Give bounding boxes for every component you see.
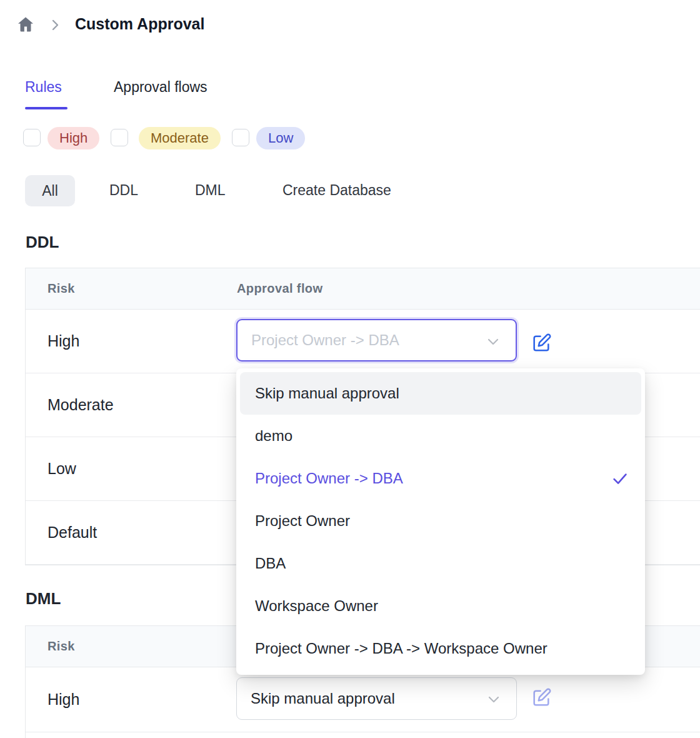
edit-flow-button-ddl-high[interactable] [530, 333, 552, 355]
filter-all-button[interactable]: All [25, 175, 75, 206]
dropdown-option-project-owner-dba-workspace-owner[interactable]: Project Owner -> DBA -> Workspace Owner [240, 627, 641, 670]
home-icon [16, 26, 35, 36]
pencil-square-icon [531, 346, 552, 356]
risk-badge-low: Low [256, 127, 305, 149]
approval-flow-dropdown-menu: Skip manual approval demo Project Owner … [236, 368, 645, 675]
dropdown-option-project-owner[interactable]: Project Owner [240, 500, 641, 542]
tab-approval-flows[interactable]: Approval flows [114, 79, 208, 96]
column-header-approval-flow: Approval flow [237, 281, 322, 296]
edit-flow-button-dml-high[interactable] [530, 687, 552, 710]
risk-cell: High [26, 332, 79, 350]
chevron-down-icon [486, 334, 501, 349]
risk-badge-moderate: Moderate [139, 127, 221, 149]
risk-checkbox-low[interactable] [232, 129, 249, 146]
filter-create-database-button[interactable]: Create Database [282, 182, 391, 199]
risk-badge-high: High [48, 127, 99, 149]
custom-approval-page: Custom Approval Rules Approval flows Hig… [0, 0, 700, 738]
dropdown-option-skip-manual-approval[interactable]: Skip manual approval [240, 372, 641, 415]
select-value: Project Owner -> DBA [238, 331, 399, 349]
approval-flow-select-dml-high[interactable]: Skip manual approval [236, 677, 517, 720]
approval-flow-select-ddl-high[interactable]: Project Owner -> DBA [236, 319, 517, 361]
tab-rules[interactable]: Rules [25, 79, 62, 96]
dropdown-option-demo[interactable]: demo [240, 415, 641, 457]
risk-cell: Default [26, 523, 97, 542]
risk-checkbox-moderate[interactable] [111, 129, 128, 146]
ddl-table-header: Risk Approval flow [26, 268, 700, 310]
table-row-partial [26, 732, 700, 738]
chevron-down-icon [486, 692, 501, 707]
check-icon [611, 470, 629, 487]
risk-cell: Moderate [26, 396, 114, 414]
select-value: Skip manual approval [237, 690, 395, 707]
filter-dml-button[interactable]: DML [195, 182, 226, 199]
active-tab-underline [25, 107, 68, 109]
risk-checkbox-high[interactable] [23, 129, 41, 146]
home-breadcrumb-button[interactable] [16, 15, 35, 34]
section-title-dml: DML [26, 589, 61, 609]
risk-cell: Low [26, 460, 76, 478]
dropdown-option-dba[interactable]: DBA [240, 542, 641, 585]
breadcrumb-chevron-icon [48, 18, 62, 33]
column-header-risk: Risk [48, 281, 75, 296]
dropdown-option-workspace-owner[interactable]: Workspace Owner [240, 585, 641, 627]
risk-cell: High [26, 690, 79, 709]
page-title: Custom Approval [75, 15, 204, 33]
option-label: Project Owner -> DBA [255, 470, 403, 487]
section-title-ddl: DDL [26, 233, 59, 252]
dropdown-option-project-owner-dba[interactable]: Project Owner -> DBA [240, 457, 641, 500]
pencil-square-icon [531, 701, 552, 710]
column-header-risk: Risk [48, 639, 75, 654]
filter-ddl-button[interactable]: DDL [109, 182, 138, 199]
